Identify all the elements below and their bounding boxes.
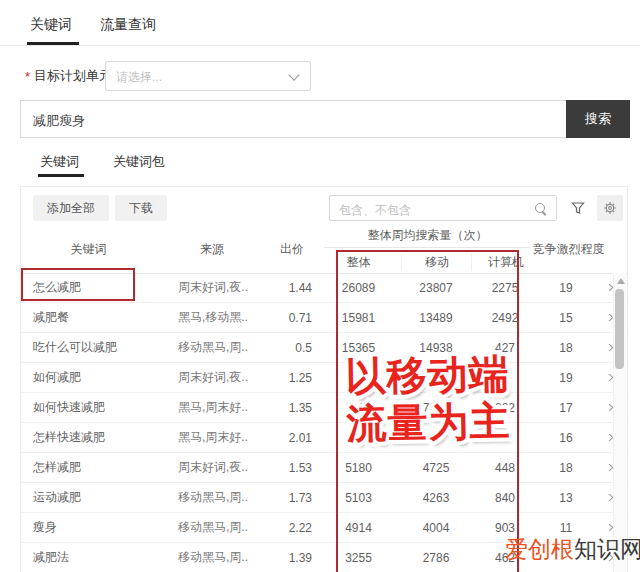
site-watermark: 爱创根知识网 bbox=[505, 534, 640, 565]
cell-competition: 15 bbox=[539, 311, 597, 325]
chevron-right-icon bbox=[603, 464, 613, 471]
cell-source: 周末好词,夜.. bbox=[156, 279, 268, 296]
cell-source: 移动黑马,周.. bbox=[156, 549, 268, 566]
cell-bid: 0.5 bbox=[268, 341, 316, 355]
cell-keyword: 怎样快速减肥 bbox=[21, 429, 156, 446]
cell-keyword: 运动减肥 bbox=[21, 489, 156, 506]
table-row[interactable]: 怎样快速减肥 黑马,周末好.. 2.01 16 bbox=[21, 423, 627, 453]
download-button[interactable]: 下载 bbox=[115, 195, 167, 221]
watermark-suffix: 知识网 bbox=[574, 536, 640, 562]
cell-bid: 1.35 bbox=[268, 401, 316, 415]
vertical-scrollbar[interactable] bbox=[613, 273, 626, 572]
cell-volume-pc: 2275 bbox=[471, 281, 539, 295]
cell-bid: 1.53 bbox=[268, 461, 316, 475]
keyword-tool-page: 关键词 流量查询 * 目标计划单元 请选择... 减肥瘦身 搜索 关键词 关键词… bbox=[0, 0, 640, 572]
chevron-right-icon bbox=[603, 284, 613, 291]
scrollbar-thumb[interactable] bbox=[615, 289, 624, 369]
table-row[interactable]: 减肥餐 黑马,移动黑.. 0.71 15981 13489 2492 15 bbox=[21, 303, 627, 333]
cell-keyword: 如何减肥 bbox=[21, 369, 156, 386]
cell-bid: 2.01 bbox=[268, 431, 316, 445]
add-all-button[interactable]: 添加全部 bbox=[33, 195, 109, 221]
cell-volume-pc: 2492 bbox=[471, 311, 539, 325]
cell-competition: 11 bbox=[539, 521, 597, 535]
col-header-volume-group: 整体周均搜索量（次） bbox=[316, 227, 539, 244]
chevron-right-icon bbox=[603, 344, 613, 351]
cell-keyword: 怎样减肥 bbox=[21, 459, 156, 476]
cell-competition: 18 bbox=[539, 461, 597, 475]
cell-volume-mobile: 14938 bbox=[401, 341, 471, 355]
gear-icon[interactable] bbox=[597, 195, 623, 221]
required-asterisk: * bbox=[25, 69, 30, 84]
cell-volume-mobile: 4725 bbox=[401, 461, 471, 475]
volume-group-divider bbox=[324, 247, 531, 248]
cell-volume-mobile: 13489 bbox=[401, 311, 471, 325]
select-placeholder-text: 请选择... bbox=[116, 69, 162, 86]
table-row[interactable]: 运动减肥 移动黑马,周.. 1.73 5103 4263 840 13 bbox=[21, 483, 627, 513]
cell-competition: 16 bbox=[539, 431, 597, 445]
col-header-mobile: 移动 bbox=[401, 254, 472, 271]
search-button[interactable]: 搜索 bbox=[566, 100, 630, 138]
cell-volume-overall: 4914 bbox=[316, 521, 401, 535]
subtab-keyword-pack[interactable]: 关键词包 bbox=[113, 153, 165, 171]
cell-keyword: 瘦身 bbox=[21, 519, 156, 536]
target-plan-select[interactable]: 请选择... bbox=[105, 61, 311, 91]
table-row[interactable]: 如何减肥 周末好词,夜.. 1.25 19 bbox=[21, 363, 627, 393]
col-header-competition: 竞争激烈程度 bbox=[511, 241, 626, 258]
subtab-keyword[interactable]: 关键词 bbox=[40, 153, 79, 171]
cell-bid: 1.39 bbox=[268, 551, 316, 565]
cell-competition: 13 bbox=[539, 491, 597, 505]
cell-volume-pc: 427 bbox=[471, 341, 539, 355]
cell-volume-pc: 840 bbox=[471, 491, 539, 505]
cell-source: 黑马,周末好.. bbox=[156, 399, 268, 416]
chevron-right-icon bbox=[603, 404, 613, 411]
table-row[interactable]: 怎样减肥 周末好词,夜.. 1.53 5180 4725 448 18 bbox=[21, 453, 627, 483]
col-header-keyword: 关键词 bbox=[21, 241, 156, 258]
cell-keyword: 减肥法 bbox=[21, 549, 156, 566]
cell-keyword: 如何快速减肥 bbox=[21, 399, 156, 416]
cell-keyword: 吃什么可以减肥 bbox=[21, 339, 156, 356]
tab-traffic-query[interactable]: 流量查询 bbox=[100, 16, 156, 34]
chevron-right-icon bbox=[603, 434, 613, 441]
cell-source: 移动黑马,周.. bbox=[156, 339, 268, 356]
tab-keyword[interactable]: 关键词 bbox=[30, 16, 72, 34]
results-panel: 添加全部 下载 包含、不包含 关键词 来源 出价 整体周均搜索量（次） 整体 移… bbox=[20, 186, 628, 572]
cell-volume-pc: 448 bbox=[471, 461, 539, 475]
cell-volume-pc: 903 bbox=[471, 521, 539, 535]
cell-keyword: 减肥餐 bbox=[21, 309, 156, 326]
target-plan-label: 目标计划单元 bbox=[34, 67, 112, 85]
watermark-brand: 爱创根 bbox=[505, 536, 574, 562]
cell-competition: 18 bbox=[539, 341, 597, 355]
cell-bid: 0.71 bbox=[268, 311, 316, 325]
table-row[interactable]: 怎么减肥 周末好词,夜.. 1.44 26089 23807 2275 19 bbox=[21, 273, 627, 303]
search-icon[interactable] bbox=[534, 202, 548, 216]
table-row[interactable]: 如何快速减肥 黑马,周末好.. 1.35 8092 7210 882 17 bbox=[21, 393, 627, 423]
chevron-right-icon bbox=[603, 524, 613, 531]
cell-competition: 19 bbox=[539, 281, 597, 295]
cell-competition: 17 bbox=[539, 401, 597, 415]
cell-competition: 19 bbox=[539, 371, 597, 385]
cell-source: 移动黑马,周.. bbox=[156, 489, 268, 506]
cell-volume-mobile: 7210 bbox=[401, 401, 471, 415]
cell-source: 黑马,周末好.. bbox=[156, 429, 268, 446]
table-body: 怎么减肥 周末好词,夜.. 1.44 26089 23807 2275 19 减… bbox=[21, 273, 627, 572]
cell-volume-pc: 882 bbox=[471, 401, 539, 415]
cell-source: 移动黑马,周.. bbox=[156, 519, 268, 536]
cell-source: 周末好词,夜.. bbox=[156, 459, 268, 476]
keyword-search-input[interactable]: 减肥瘦身 bbox=[33, 112, 85, 130]
table-row[interactable]: 吃什么可以减肥 移动黑马,周.. 0.5 15365 14938 427 18 bbox=[21, 333, 627, 363]
chevron-right-icon bbox=[603, 494, 613, 501]
scroll-up-arrow-icon[interactable] bbox=[617, 278, 625, 284]
chevron-right-icon bbox=[603, 374, 613, 381]
filter-funnel-icon[interactable] bbox=[565, 195, 591, 221]
table-header: 关键词 来源 出价 整体周均搜索量（次） 整体 移动 计算机 竞争激烈程度 bbox=[21, 221, 627, 274]
cell-volume-overall: 3255 bbox=[316, 551, 401, 565]
cell-volume-mobile: 4004 bbox=[401, 521, 471, 535]
contain-filter-input[interactable]: 包含、不包含 bbox=[329, 195, 557, 221]
target-plan-row: * 目标计划单元 请选择... bbox=[0, 58, 640, 94]
cell-bid: 1.25 bbox=[268, 371, 316, 385]
cell-volume-overall: 5103 bbox=[316, 491, 401, 505]
col-header-overall: 整体 bbox=[316, 254, 401, 271]
cell-volume-mobile: 23807 bbox=[401, 281, 471, 295]
cell-volume-overall: 5180 bbox=[316, 461, 401, 475]
active-subtab-underline bbox=[38, 174, 84, 177]
